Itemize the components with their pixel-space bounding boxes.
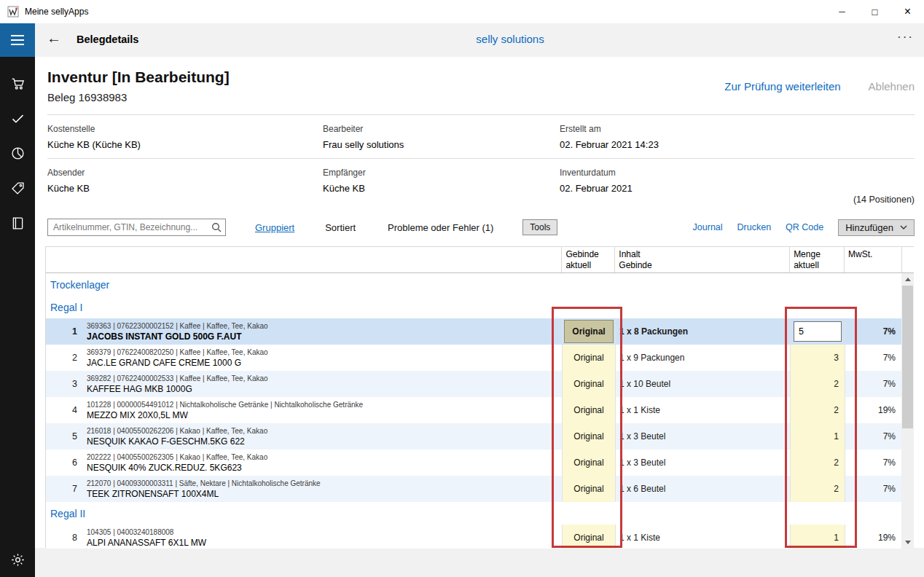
settings-gear-icon[interactable] bbox=[10, 552, 26, 568]
more-options-icon[interactable]: ··· bbox=[897, 30, 914, 44]
tools-button[interactable]: Tools bbox=[522, 219, 557, 235]
field-inventurdatum: Inventurdatum 02. Februar 2021 bbox=[560, 160, 915, 197]
cart-icon[interactable] bbox=[10, 76, 26, 91]
table-row[interactable]: 3369282 | 07622400002533 | Kaffee | Kaff… bbox=[46, 371, 902, 397]
maximize-button[interactable]: □ bbox=[858, 0, 891, 23]
mwst-cell: 7% bbox=[845, 476, 902, 502]
pie-chart-icon[interactable] bbox=[10, 146, 26, 161]
checkmark-icon[interactable] bbox=[10, 111, 26, 126]
field-label-erstellt-am: Erstellt am bbox=[560, 124, 915, 134]
row-number: 8 bbox=[46, 525, 82, 549]
article-name: ALPI ANANASSAFT 6X1L MW bbox=[87, 538, 562, 548]
inhalt-cell: 1 x 6 Beutel bbox=[615, 476, 790, 502]
search-icon[interactable] bbox=[211, 222, 222, 232]
fields-row-1: Kostenstelle Küche KB (Küche KB) Bearbei… bbox=[47, 116, 915, 159]
article-cell: 369282 | 07622400002533 | Kaffee | Kaffe… bbox=[82, 371, 562, 397]
drucken-link[interactable]: Drucken bbox=[737, 222, 772, 232]
menge-value: 2 bbox=[791, 397, 845, 423]
gebinde-value: Original bbox=[563, 450, 615, 476]
tag-icon[interactable] bbox=[10, 181, 26, 196]
menge-cell[interactable] bbox=[790, 318, 845, 345]
gebinde-cell[interactable]: Original bbox=[562, 397, 615, 423]
mwst-cell: 7% bbox=[845, 450, 902, 476]
back-arrow-icon[interactable]: ← bbox=[47, 30, 61, 47]
group-label: Trockenlager bbox=[50, 279, 109, 291]
article-cell: 104305 | 04003240188008ALPI ANANASSAFT 6… bbox=[82, 525, 562, 549]
vertical-scrollbar[interactable] bbox=[901, 273, 914, 549]
inhalt-cell: 1 x 10 Beutel bbox=[615, 371, 790, 397]
sortiert-link[interactable]: Sortiert bbox=[325, 222, 356, 233]
forward-review-link[interactable]: Zur Prüfung weiterleiten bbox=[724, 80, 840, 93]
header-article bbox=[82, 247, 561, 272]
window-titlebar[interactable]: Meine sellyApps ─ □ × bbox=[0, 0, 924, 23]
row-number: 6 bbox=[46, 450, 82, 476]
table-row[interactable]: 4101228 | 00000054491012 | Nichtalkoholi… bbox=[46, 397, 902, 423]
positions-table: Gebinde aktuell Inhalt Gebinde Menge akt… bbox=[45, 246, 914, 548]
gebinde-cell[interactable]: Original bbox=[562, 371, 615, 397]
gebinde-cell[interactable]: Original bbox=[562, 476, 615, 502]
app-header: ← Belegdetails selly solutions ··· bbox=[35, 23, 924, 57]
menge-input[interactable] bbox=[794, 321, 842, 342]
article-name: JACOBS INSTANT GOLD 500G F.AUT bbox=[87, 331, 562, 342]
minimize-button[interactable]: ─ bbox=[826, 0, 858, 23]
group-header-regal-i[interactable]: Regal I bbox=[46, 296, 902, 318]
document-actions: Zur Prüfung weiterleiten Ablehnen bbox=[724, 80, 915, 93]
gruppiert-link[interactable]: Gruppiert bbox=[255, 222, 294, 233]
gebinde-value: Original bbox=[563, 476, 615, 502]
journal-book-icon[interactable] bbox=[10, 216, 26, 231]
article-cell: 101228 | 00000054491012 | Nichtalkoholis… bbox=[82, 397, 562, 423]
hinzufuegen-label: Hinzufügen bbox=[845, 222, 893, 233]
table-row[interactable]: 1369363 | 07622300002152 | Kaffee | Kaff… bbox=[46, 318, 902, 345]
journal-link[interactable]: Journal bbox=[693, 222, 723, 232]
page-title: Belegdetails bbox=[77, 34, 138, 45]
group-header-trockenlager[interactable]: Trockenlager bbox=[46, 273, 902, 296]
scroll-thumb[interactable] bbox=[902, 286, 913, 428]
inhalt-cell: 1 x 8 Packungen bbox=[615, 318, 790, 345]
field-absender: Absender Küche KB bbox=[47, 160, 323, 197]
article-meta: 202222 | 04005500262305 | Kakao | Kaffee… bbox=[87, 453, 562, 461]
reject-link[interactable]: Ablehnen bbox=[869, 80, 915, 93]
menge-value: 3 bbox=[791, 345, 845, 371]
search-input[interactable] bbox=[47, 219, 226, 236]
chevron-down-icon bbox=[900, 225, 907, 230]
hinzufuegen-button[interactable]: Hinzufügen bbox=[838, 219, 915, 236]
hamburger-menu-icon[interactable] bbox=[0, 23, 35, 57]
gebinde-cell[interactable]: Original bbox=[562, 318, 615, 345]
close-button[interactable]: × bbox=[891, 0, 924, 23]
bottom-strip bbox=[35, 548, 924, 577]
table-row[interactable]: 6202222 | 04005500262305 | Kakao | Kaffe… bbox=[46, 450, 902, 476]
scroll-up-arrow[interactable] bbox=[901, 273, 914, 286]
menge-cell[interactable]: 1 bbox=[790, 525, 845, 549]
scroll-down-arrow[interactable] bbox=[901, 536, 914, 549]
article-name: JAC.LE GRAND CAFE CREME 1000 G bbox=[87, 358, 562, 368]
probleme-link[interactable]: Probleme oder Fehler (1) bbox=[388, 222, 493, 233]
group-label: Regal II bbox=[50, 508, 85, 519]
group-header-regal-ii[interactable]: Regal II bbox=[46, 502, 902, 525]
article-name: TEEK ZITRONENSAFT 100X4ML bbox=[87, 489, 562, 499]
menge-cell[interactable]: 1 bbox=[790, 423, 845, 450]
gebinde-cell[interactable]: Original bbox=[562, 345, 615, 371]
table-row[interactable]: 7212070 | 04009300003311 | Säfte, Nektar… bbox=[46, 476, 902, 502]
menge-cell[interactable]: 2 bbox=[790, 371, 845, 397]
mwst-cell: 19% bbox=[845, 525, 902, 549]
table-row[interactable]: 8104305 | 04003240188008ALPI ANANASSAFT … bbox=[46, 525, 902, 549]
menge-cell[interactable]: 2 bbox=[790, 476, 845, 502]
field-label-bearbeiter: Bearbeiter bbox=[323, 124, 560, 134]
table-row[interactable]: 2369379 | 07622400820250 | Kaffee | Kaff… bbox=[46, 345, 902, 371]
gebinde-cell[interactable]: Original bbox=[562, 423, 615, 450]
gebinde-cell[interactable]: Original bbox=[562, 525, 615, 549]
mwst-cell: 19% bbox=[845, 397, 902, 423]
window-title: Meine sellyApps bbox=[25, 7, 88, 17]
header-gebinde: Gebinde aktuell bbox=[561, 247, 614, 272]
menge-cell[interactable]: 2 bbox=[790, 450, 845, 476]
qr-code-link[interactable]: QR Code bbox=[786, 222, 823, 232]
article-name: NESQUIK 40% ZUCK.REDUZ. 5KG623 bbox=[87, 463, 562, 473]
gebinde-cell[interactable]: Original bbox=[562, 450, 615, 476]
table-row[interactable]: 5216018 | 04005500262206 | Kakao | Kaffe… bbox=[46, 423, 902, 450]
menge-cell[interactable]: 3 bbox=[790, 345, 845, 371]
menge-cell[interactable]: 2 bbox=[790, 397, 845, 423]
article-meta: 369282 | 07622400002533 | Kaffee | Kaffe… bbox=[87, 374, 562, 382]
field-label-empfaenger: Empfänger bbox=[323, 168, 560, 178]
gebinde-value: Original bbox=[563, 345, 615, 371]
gebinde-value: Original bbox=[563, 371, 615, 397]
